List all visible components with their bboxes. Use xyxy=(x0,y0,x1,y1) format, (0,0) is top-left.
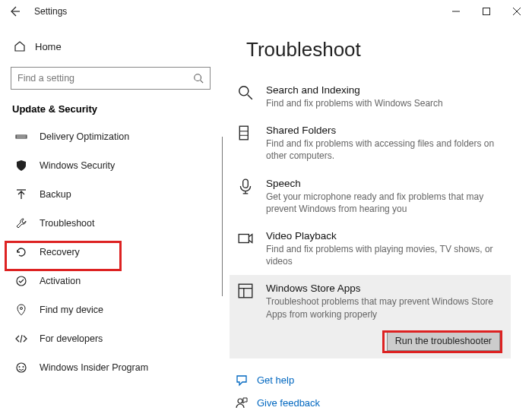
sidebar-item-label: Backup xyxy=(40,189,71,200)
get-help-label: Get help xyxy=(257,374,294,386)
video-icon xyxy=(236,230,255,267)
speech-icon xyxy=(236,178,255,215)
svg-point-3 xyxy=(17,276,26,286)
sidebar-item-backup[interactable]: Backup xyxy=(11,180,211,209)
svg-rect-9 xyxy=(239,126,248,140)
svg-rect-12 xyxy=(239,285,252,298)
minimize-button[interactable] xyxy=(441,0,471,23)
back-button[interactable] xyxy=(8,5,21,18)
dev-icon xyxy=(14,333,29,345)
troubleshoot-item-title: Shared Folders xyxy=(266,125,506,136)
wrench-icon xyxy=(14,217,29,229)
svg-rect-0 xyxy=(483,8,490,15)
svg-point-6 xyxy=(19,366,21,368)
maximize-icon xyxy=(483,8,490,15)
sidebar-item-label: Activation xyxy=(40,276,81,286)
give-feedback-link[interactable]: Give feedback xyxy=(236,392,511,415)
troubleshoot-item-shared-folders[interactable]: Shared Folders Find and fix problems wit… xyxy=(230,117,511,169)
shield-icon xyxy=(14,159,29,172)
troubleshoot-item-title: Windows Store Apps xyxy=(266,283,506,294)
sidebar-item-label: Troubleshoot xyxy=(40,218,95,229)
feedback-icon xyxy=(236,397,248,409)
close-icon xyxy=(513,8,521,15)
scroll-indicator xyxy=(222,137,223,296)
troubleshoot-item-title: Speech xyxy=(266,178,506,189)
sidebar-item-windows-security[interactable]: Windows Security xyxy=(11,151,211,180)
troubleshoot-item-search-indexing[interactable]: Search and Indexing Find and fix problem… xyxy=(230,77,511,117)
troubleshoot-item-desc: Find and fix problems with playing movie… xyxy=(266,243,506,267)
section-title: Update & Security xyxy=(12,103,211,115)
troubleshoot-item-desc: Find and fix problems with Windows Searc… xyxy=(266,97,506,109)
sidebar-item-label: Windows Insider Program xyxy=(40,362,148,373)
home-button[interactable]: Home xyxy=(11,33,211,59)
home-icon xyxy=(14,40,26,52)
give-feedback-label: Give feedback xyxy=(257,397,320,409)
sidebar-item-for-developers[interactable]: For developers xyxy=(11,324,211,353)
main-content: Troubleshoot Search and Indexing Find an… xyxy=(222,23,532,420)
backup-icon xyxy=(14,188,29,201)
sidebar-item-delivery-optimization[interactable]: Delivery Optimization xyxy=(11,122,211,151)
activation-icon xyxy=(14,275,29,287)
troubleshoot-item-video-playback[interactable]: Video Playback Find and fix problems wit… xyxy=(230,223,511,275)
title-bar: Settings xyxy=(0,0,532,23)
sidebar-item-label: Windows Security xyxy=(40,160,115,171)
svg-point-1 xyxy=(195,74,201,81)
troubleshoot-item-title: Video Playback xyxy=(266,230,506,242)
maximize-button[interactable] xyxy=(471,0,502,23)
search-icon xyxy=(193,73,204,84)
page-title: Troubleshoot xyxy=(246,38,511,62)
sidebar-item-label: For developers xyxy=(40,333,103,344)
recovery-icon xyxy=(14,246,29,258)
sidebar-item-recovery[interactable]: Recovery xyxy=(11,238,211,267)
chat-icon xyxy=(236,374,248,387)
sidebar-item-label: Recovery xyxy=(40,247,80,257)
svg-rect-11 xyxy=(239,234,249,242)
troubleshoot-item-title: Search and Indexing xyxy=(266,84,506,96)
apps-icon xyxy=(236,283,255,320)
home-label: Home xyxy=(35,41,62,52)
get-help-link[interactable]: Get help xyxy=(236,369,511,392)
insider-icon xyxy=(14,362,29,374)
search-indexing-icon xyxy=(236,84,255,109)
svg-point-4 xyxy=(21,308,23,310)
location-icon xyxy=(14,304,29,316)
troubleshoot-item-desc: Find and fix problems with accessing fil… xyxy=(266,137,506,162)
window-title: Settings xyxy=(34,6,67,17)
troubleshoot-item-desc: Get your microphone ready and fix proble… xyxy=(266,191,506,215)
troubleshoot-item-speech[interactable]: Speech Get your microphone ready and fix… xyxy=(230,170,511,223)
sidebar-item-troubleshoot[interactable]: Troubleshoot xyxy=(11,209,211,238)
svg-rect-10 xyxy=(243,179,249,188)
sidebar-item-label: Find my device xyxy=(40,305,103,315)
run-troubleshooter-button[interactable]: Run the troubleshooter xyxy=(387,331,500,351)
search-placeholder: Find a setting xyxy=(17,73,74,84)
sidebar-item-find-my-device[interactable]: Find my device xyxy=(11,295,211,324)
search-input[interactable]: Find a setting xyxy=(11,67,211,90)
svg-point-8 xyxy=(239,87,249,96)
svg-point-5 xyxy=(17,363,26,372)
minimize-icon xyxy=(452,8,460,15)
troubleshoot-item-windows-store-apps[interactable]: Windows Store Apps Troubleshoot problems… xyxy=(230,275,511,358)
sidebar-item-label: Delivery Optimization xyxy=(40,131,129,142)
sidebar-item-windows-insider[interactable]: Windows Insider Program xyxy=(11,353,211,382)
close-button[interactable] xyxy=(502,0,532,23)
sidebar-item-activation[interactable]: Activation xyxy=(11,267,211,295)
troubleshoot-item-desc: Troubleshoot problems that may prevent W… xyxy=(266,295,506,320)
delivery-icon xyxy=(14,131,29,143)
svg-point-7 xyxy=(23,366,24,368)
svg-point-13 xyxy=(238,399,242,403)
shared-folders-icon xyxy=(236,125,255,162)
arrow-left-icon xyxy=(8,5,21,17)
sidebar: Home Find a setting Update & Security De… xyxy=(0,23,222,420)
